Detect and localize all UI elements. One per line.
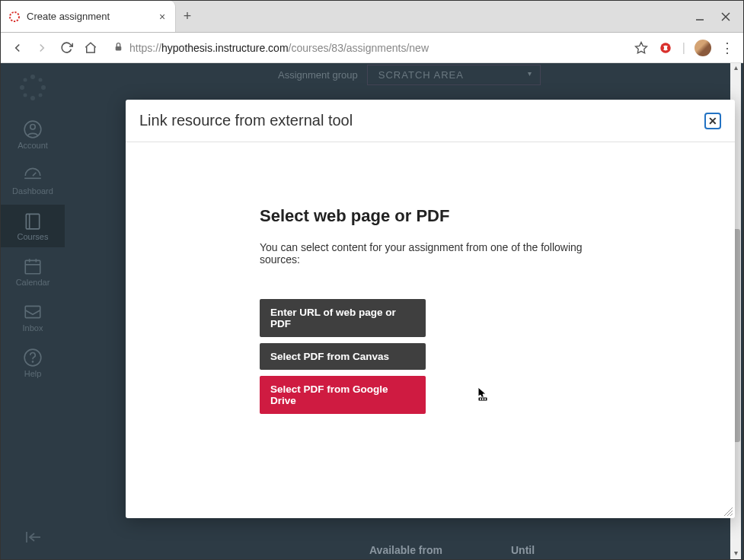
sidebar-item-account[interactable]: Account	[1, 113, 65, 156]
home-icon[interactable]	[83, 40, 98, 56]
help-icon	[23, 348, 43, 368]
page-content: Account Dashboard Courses Calendar Inbox…	[1, 63, 743, 559]
lock-icon	[113, 42, 123, 54]
profile-avatar[interactable]	[695, 40, 711, 56]
svg-rect-18	[26, 214, 39, 229]
select-canvas-button[interactable]: Select PDF from Canvas	[260, 343, 426, 370]
sidebar-collapse-icon[interactable]	[24, 530, 42, 547]
minimize-icon[interactable]	[693, 10, 707, 24]
browser-tab[interactable]: Create assignment ×	[1, 1, 176, 32]
star-icon[interactable]	[634, 40, 649, 56]
courses-icon	[23, 211, 43, 231]
sidebar-item-label: Inbox	[23, 323, 43, 332]
reload-icon[interactable]	[59, 40, 74, 56]
modal-body: Select web page or PDF You can select co…	[126, 142, 735, 518]
svg-point-26	[32, 361, 33, 362]
sidebar-item-calendar[interactable]: Calendar	[1, 250, 65, 293]
sidebar-item-label: Help	[24, 369, 42, 378]
address-bar[interactable]: https://hypothesis.instructure.com/cours…	[107, 37, 624, 59]
tab-close-icon[interactable]: ×	[157, 11, 168, 22]
browser-titlebar: Create assignment × +	[1, 1, 743, 33]
enter-url-button[interactable]: Enter URL of web page or PDF	[260, 299, 426, 337]
browser-window: Create assignment × + https://hypothesis…	[0, 0, 744, 560]
url-text: https://hypothesis.instructure.com/cours…	[129, 42, 429, 54]
availability-footer: Available from Until	[369, 544, 535, 556]
extension-icon[interactable]	[658, 40, 673, 56]
dashboard-icon	[23, 165, 43, 185]
page-body: Assignment group SCRATCH AREA Available …	[65, 63, 743, 559]
sidebar-item-label: Calendar	[16, 278, 50, 287]
new-tab-button[interactable]: +	[176, 1, 199, 32]
scroll-down-icon[interactable]: ▾	[730, 549, 741, 559]
available-from-label: Available from	[369, 544, 442, 556]
calendar-icon	[23, 256, 43, 276]
tab-favicon	[8, 11, 21, 23]
svg-rect-4	[116, 46, 122, 49]
svg-point-14	[39, 94, 43, 97]
svg-marker-5	[635, 42, 647, 52]
svg-line-35	[730, 514, 733, 516]
resize-handle-icon[interactable]	[721, 504, 733, 517]
assignment-group-row: Assignment group SCRATCH AREA	[278, 65, 541, 85]
svg-point-9	[20, 85, 24, 90]
modal-heading: Select web page or PDF	[260, 206, 601, 226]
modal-title: Link resource from external tool	[139, 112, 353, 129]
svg-rect-20	[25, 260, 40, 273]
svg-point-16	[30, 125, 36, 130]
back-icon[interactable]	[10, 40, 25, 56]
sidebar-item-label: Account	[18, 141, 48, 150]
modal-close-button[interactable]: ✕	[704, 113, 721, 129]
scroll-up-icon[interactable]: ▴	[730, 63, 741, 74]
inbox-icon	[23, 302, 43, 322]
sidebar-item-label: Courses	[18, 232, 49, 241]
assignment-group-label: Assignment group	[278, 69, 358, 81]
tab-title: Create assignment	[27, 11, 151, 22]
svg-point-10	[41, 85, 46, 90]
assignment-group-select[interactable]: SCRATCH AREA	[367, 65, 541, 85]
svg-point-8	[30, 96, 35, 100]
canvas-sidebar: Account Dashboard Courses Calendar Inbox…	[1, 63, 65, 559]
forward-icon	[34, 40, 49, 56]
svg-point-13	[24, 94, 27, 97]
sidebar-item-help[interactable]: Help	[1, 342, 65, 384]
browser-toolbar: https://hypothesis.instructure.com/cours…	[1, 33, 743, 63]
modal-header: Link resource from external tool ✕	[126, 100, 735, 142]
svg-point-0	[10, 12, 19, 21]
until-label: Until	[511, 544, 535, 556]
menu-icon[interactable]: ⋮	[720, 40, 734, 56]
window-controls	[693, 1, 743, 32]
close-window-icon[interactable]	[719, 10, 733, 24]
account-icon	[23, 119, 43, 139]
svg-line-34	[727, 511, 733, 516]
sidebar-item-dashboard[interactable]: Dashboard	[1, 159, 65, 202]
svg-point-7	[30, 75, 35, 79]
external-tool-modal: Link resource from external tool ✕ Selec…	[126, 100, 735, 518]
sidebar-item-courses[interactable]: Courses	[1, 205, 65, 247]
sidebar-item-inbox[interactable]: Inbox	[1, 296, 65, 339]
select-gdrive-button[interactable]: Select PDF from Google Drive	[260, 376, 426, 414]
modal-subtext: You can select content for your assignme…	[260, 241, 601, 266]
source-buttons: Enter URL of web page or PDF Select PDF …	[260, 299, 601, 414]
sidebar-item-label: Dashboard	[12, 186, 53, 196]
canvas-logo[interactable]	[18, 72, 48, 103]
svg-point-12	[39, 78, 43, 82]
svg-point-11	[24, 78, 27, 82]
